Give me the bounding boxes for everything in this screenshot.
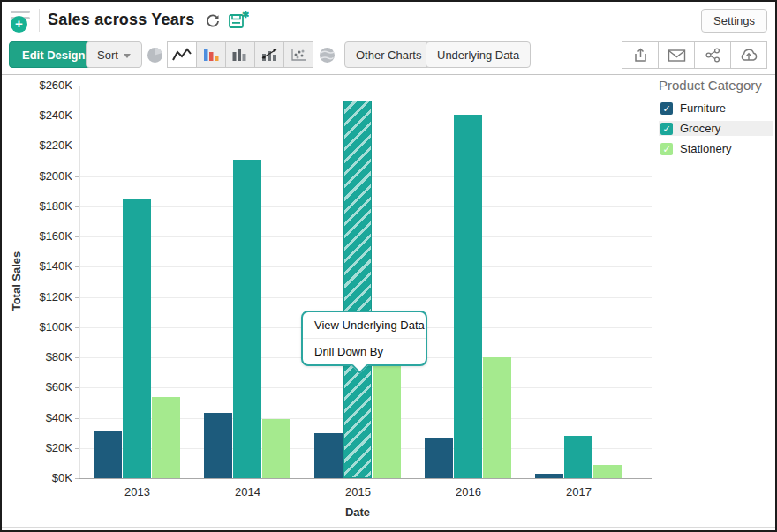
combo-chart-button[interactable] (254, 41, 284, 68)
x-tick-label: 2016 (434, 485, 504, 498)
y-tick-label: $260K (18, 79, 72, 92)
x-tick-label: 2015 (323, 485, 394, 498)
share-button[interactable] (694, 41, 731, 69)
bar-grocery-2016[interactable] (454, 115, 482, 478)
chart-region: $0K$20K$40K$60K$80K$100K$120K$140K$160K$… (2, 75, 775, 529)
export-button[interactable] (622, 41, 659, 69)
bar-furniture-2013[interactable] (94, 431, 122, 478)
settings-button[interactable]: Settings (701, 9, 767, 33)
bar-grocery-2017[interactable] (564, 436, 592, 478)
pie-chart-icon-button (141, 41, 168, 68)
y-tick-label: $140K (18, 259, 72, 273)
save-new-icon: ✱ (228, 11, 249, 31)
x-axis-title: Date (322, 506, 393, 519)
bar-furniture-2017[interactable] (535, 474, 563, 478)
legend-item-grocery[interactable]: ✓ Grocery (659, 121, 773, 136)
sort-dropdown[interactable]: Sort (86, 41, 142, 68)
stationery-checkbox[interactable]: ✓ (660, 143, 673, 155)
svg-text:✱: ✱ (242, 11, 249, 19)
y-tick-label: $60K (18, 380, 72, 393)
divider (2, 527, 775, 528)
refresh-icon (205, 13, 221, 29)
divider (39, 9, 40, 32)
refresh-button[interactable] (202, 11, 223, 32)
bar-furniture-2016[interactable] (425, 438, 453, 478)
underlying-data-button[interactable]: Underlying Data (426, 41, 531, 68)
combo-chart-icon (260, 47, 278, 63)
y-tick-label: $20K (18, 441, 72, 454)
bar-chart-icon (202, 47, 220, 63)
hamburger-icon (11, 11, 30, 13)
y-tick-label: $80K (18, 350, 72, 363)
y-tick-label: $180K (18, 199, 72, 213)
export-icon (632, 47, 649, 64)
y-tick-label: $160K (18, 229, 72, 243)
globe-icon (319, 47, 336, 64)
context-menu: View Underlying Data Drill Down By (301, 311, 427, 366)
y-axis-title: Total Sales (10, 242, 23, 321)
cloud-upload-icon (739, 48, 758, 63)
chart-type-group (141, 41, 340, 68)
bar-grocery-2015[interactable] (343, 101, 372, 478)
y-axis-line (79, 86, 80, 478)
bar-grocery-2013[interactable] (123, 199, 151, 478)
share-icon (705, 48, 720, 63)
app-window: + Sales across Years ✱ Settings Edit Des… (0, 0, 777, 532)
x-axis-line (79, 478, 652, 479)
y-tick-label: $240K (18, 109, 72, 122)
x-tick-label: 2013 (102, 485, 173, 498)
chevron-down-icon (124, 54, 131, 58)
header: + Sales across Years ✱ Settings (2, 2, 775, 39)
legend-item-stationery[interactable]: ✓ Stationery (659, 141, 773, 156)
bar-stationery-2013[interactable] (152, 397, 180, 478)
map-chart-icon-button (313, 41, 340, 68)
y-tick-label: $200K (18, 169, 72, 183)
envelope-icon (668, 49, 686, 63)
action-icon-group (622, 41, 767, 69)
email-button[interactable] (658, 41, 695, 69)
bar-furniture-2015[interactable] (314, 433, 343, 478)
sidebar-toggle-button[interactable]: + (9, 8, 34, 33)
legend-item-furniture[interactable]: ✓ Furniture (659, 101, 773, 116)
bar-chart-button[interactable] (196, 41, 226, 68)
bar-grocery-2014[interactable] (233, 160, 261, 478)
y-tick-label: $40K (18, 411, 72, 424)
menu-item-view-underlying-data[interactable]: View Underlying Data (303, 312, 426, 338)
furniture-checkbox[interactable]: ✓ (660, 102, 673, 115)
legend: Product Category ✓ Furniture ✓ Grocery ✓… (659, 78, 773, 161)
x-tick-label: 2017 (544, 485, 615, 498)
x-tick-label: 2014 (213, 485, 283, 498)
page-title: Sales across Years (48, 11, 194, 29)
pie-chart-icon (147, 47, 163, 64)
line-chart-icon (171, 47, 192, 63)
column-chart-button[interactable] (225, 41, 255, 68)
toolbar: Edit Design Sort (2, 39, 775, 75)
y-tick-label: $220K (18, 139, 72, 152)
gridline (79, 86, 652, 86)
bar-stationery-2017[interactable] (593, 465, 622, 478)
bar-furniture-2014[interactable] (204, 413, 232, 478)
legend-title: Product Category (659, 78, 773, 93)
grocery-checkbox[interactable]: ✓ (660, 123, 673, 135)
menu-item-drill-down-by[interactable]: Drill Down By (303, 339, 426, 364)
bar-stationery-2016[interactable] (483, 357, 511, 478)
line-chart-button[interactable] (167, 41, 197, 68)
bar-stationery-2014[interactable] (262, 419, 290, 478)
y-tick-label: $120K (18, 290, 72, 303)
bar-stationery-2015[interactable] (373, 362, 401, 478)
save-button[interactable]: ✱ (228, 11, 249, 32)
column-chart-icon (231, 47, 249, 63)
add-icon[interactable]: + (11, 16, 27, 33)
y-tick-label: $100K (18, 320, 72, 333)
scatter-chart-icon (290, 47, 307, 63)
publish-button[interactable] (730, 41, 767, 69)
y-tick-label: $0K (18, 471, 72, 484)
scatter-chart-button[interactable] (283, 41, 313, 68)
